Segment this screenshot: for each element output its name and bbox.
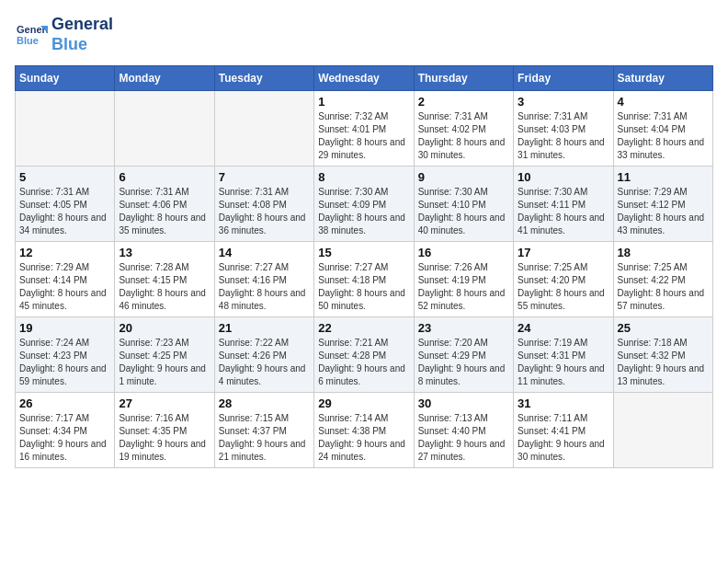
calendar-cell: 27Sunrise: 7:16 AM Sunset: 4:35 PM Dayli… xyxy=(115,393,214,468)
day-number: 19 xyxy=(19,321,110,335)
logo-icon: General Blue xyxy=(15,18,48,52)
calendar-table: SundayMondayTuesdayWednesdayThursdayFrid… xyxy=(15,65,713,468)
calendar-cell: 25Sunrise: 7:18 AM Sunset: 4:32 PM Dayli… xyxy=(613,317,712,393)
day-info: Sunrise: 7:25 AM Sunset: 4:20 PM Dayligh… xyxy=(518,261,609,313)
day-number: 16 xyxy=(418,246,509,259)
calendar-cell: 30Sunrise: 7:13 AM Sunset: 4:40 PM Dayli… xyxy=(414,393,513,468)
day-info: Sunrise: 7:31 AM Sunset: 4:08 PM Dayligh… xyxy=(219,186,310,237)
day-number: 20 xyxy=(119,321,210,335)
weekday-header-row: SundayMondayTuesdayWednesdayThursdayFrid… xyxy=(16,66,713,91)
calendar-cell: 1Sunrise: 7:32 AM Sunset: 4:01 PM Daylig… xyxy=(314,91,414,167)
calendar-week-5: 26Sunrise: 7:17 AM Sunset: 4:34 PM Dayli… xyxy=(16,393,713,468)
weekday-thursday: Thursday xyxy=(414,66,513,91)
day-number: 3 xyxy=(518,95,609,109)
day-info: Sunrise: 7:13 AM Sunset: 4:40 PM Dayligh… xyxy=(418,412,509,464)
calendar-cell: 14Sunrise: 7:27 AM Sunset: 4:16 PM Dayli… xyxy=(214,242,313,317)
day-number: 29 xyxy=(318,396,409,410)
calendar-week-2: 5Sunrise: 7:31 AM Sunset: 4:05 PM Daylig… xyxy=(16,167,713,242)
calendar-cell: 23Sunrise: 7:20 AM Sunset: 4:29 PM Dayli… xyxy=(414,317,513,393)
calendar-cell: 10Sunrise: 7:30 AM Sunset: 4:11 PM Dayli… xyxy=(514,167,613,242)
calendar-cell: 16Sunrise: 7:26 AM Sunset: 4:19 PM Dayli… xyxy=(414,242,513,317)
day-info: Sunrise: 7:29 AM Sunset: 4:12 PM Dayligh… xyxy=(618,186,709,237)
calendar-cell: 26Sunrise: 7:17 AM Sunset: 4:34 PM Dayli… xyxy=(16,393,115,468)
weekday-sunday: Sunday xyxy=(16,66,115,91)
calendar-cell: 7Sunrise: 7:31 AM Sunset: 4:08 PM Daylig… xyxy=(214,167,313,242)
page-header: General Blue General Blue xyxy=(15,15,713,54)
day-number: 25 xyxy=(618,321,709,335)
calendar-cell: 29Sunrise: 7:14 AM Sunset: 4:38 PM Dayli… xyxy=(314,393,414,468)
calendar-cell: 2Sunrise: 7:31 AM Sunset: 4:02 PM Daylig… xyxy=(414,91,513,167)
svg-text:General: General xyxy=(17,24,48,35)
day-number: 13 xyxy=(119,246,210,259)
day-number: 24 xyxy=(518,321,609,335)
day-number: 2 xyxy=(418,95,509,109)
day-info: Sunrise: 7:11 AM Sunset: 4:41 PM Dayligh… xyxy=(518,412,609,464)
logo-name-line1: General xyxy=(51,15,113,35)
day-number: 22 xyxy=(318,321,409,335)
calendar-cell: 3Sunrise: 7:31 AM Sunset: 4:03 PM Daylig… xyxy=(514,91,613,167)
day-number: 30 xyxy=(418,396,509,410)
day-info: Sunrise: 7:30 AM Sunset: 4:09 PM Dayligh… xyxy=(318,186,409,237)
logo: General Blue General Blue xyxy=(15,15,113,54)
day-info: Sunrise: 7:27 AM Sunset: 4:18 PM Dayligh… xyxy=(318,261,409,313)
day-number: 11 xyxy=(618,170,709,184)
calendar-cell: 22Sunrise: 7:21 AM Sunset: 4:28 PM Dayli… xyxy=(314,317,414,393)
day-number: 6 xyxy=(119,170,210,184)
calendar-cell xyxy=(115,91,214,167)
day-info: Sunrise: 7:15 AM Sunset: 4:37 PM Dayligh… xyxy=(219,412,310,464)
day-info: Sunrise: 7:31 AM Sunset: 4:05 PM Dayligh… xyxy=(19,186,110,237)
calendar-cell: 11Sunrise: 7:29 AM Sunset: 4:12 PM Dayli… xyxy=(613,167,712,242)
calendar-cell: 4Sunrise: 7:31 AM Sunset: 4:04 PM Daylig… xyxy=(613,91,712,167)
calendar-cell: 12Sunrise: 7:29 AM Sunset: 4:14 PM Dayli… xyxy=(16,242,115,317)
calendar-cell xyxy=(613,393,712,468)
day-info: Sunrise: 7:18 AM Sunset: 4:32 PM Dayligh… xyxy=(618,337,709,388)
day-info: Sunrise: 7:27 AM Sunset: 4:16 PM Dayligh… xyxy=(219,261,310,313)
day-info: Sunrise: 7:26 AM Sunset: 4:19 PM Dayligh… xyxy=(418,261,509,313)
calendar-cell: 6Sunrise: 7:31 AM Sunset: 4:06 PM Daylig… xyxy=(115,167,214,242)
calendar-cell: 31Sunrise: 7:11 AM Sunset: 4:41 PM Dayli… xyxy=(514,393,613,468)
calendar-cell: 20Sunrise: 7:23 AM Sunset: 4:25 PM Dayli… xyxy=(115,317,214,393)
calendar-cell: 13Sunrise: 7:28 AM Sunset: 4:15 PM Dayli… xyxy=(115,242,214,317)
day-info: Sunrise: 7:22 AM Sunset: 4:26 PM Dayligh… xyxy=(219,337,310,388)
day-number: 18 xyxy=(618,246,709,259)
day-info: Sunrise: 7:17 AM Sunset: 4:34 PM Dayligh… xyxy=(19,412,110,464)
calendar-cell: 8Sunrise: 7:30 AM Sunset: 4:09 PM Daylig… xyxy=(314,167,414,242)
calendar-cell: 15Sunrise: 7:27 AM Sunset: 4:18 PM Dayli… xyxy=(314,242,414,317)
day-info: Sunrise: 7:19 AM Sunset: 4:31 PM Dayligh… xyxy=(518,337,609,388)
day-number: 23 xyxy=(418,321,509,335)
day-info: Sunrise: 7:29 AM Sunset: 4:14 PM Dayligh… xyxy=(19,261,110,313)
weekday-friday: Friday xyxy=(514,66,613,91)
day-number: 28 xyxy=(219,396,310,410)
calendar-cell xyxy=(214,91,313,167)
calendar-week-3: 12Sunrise: 7:29 AM Sunset: 4:14 PM Dayli… xyxy=(16,242,713,317)
calendar-week-4: 19Sunrise: 7:24 AM Sunset: 4:23 PM Dayli… xyxy=(16,317,713,393)
day-number: 31 xyxy=(518,396,609,410)
day-number: 15 xyxy=(318,246,409,259)
calendar-cell: 21Sunrise: 7:22 AM Sunset: 4:26 PM Dayli… xyxy=(214,317,313,393)
calendar-body: 1Sunrise: 7:32 AM Sunset: 4:01 PM Daylig… xyxy=(16,91,713,468)
logo-name-line2: Blue xyxy=(51,35,113,55)
day-info: Sunrise: 7:24 AM Sunset: 4:23 PM Dayligh… xyxy=(19,337,110,388)
day-number: 14 xyxy=(219,246,310,259)
day-number: 17 xyxy=(518,246,609,259)
day-number: 9 xyxy=(418,170,509,184)
svg-text:Blue: Blue xyxy=(17,35,39,46)
day-info: Sunrise: 7:31 AM Sunset: 4:02 PM Dayligh… xyxy=(418,110,509,162)
weekday-monday: Monday xyxy=(115,66,214,91)
day-number: 1 xyxy=(318,95,409,109)
day-number: 4 xyxy=(618,95,709,109)
day-info: Sunrise: 7:31 AM Sunset: 4:06 PM Dayligh… xyxy=(119,186,210,237)
day-number: 5 xyxy=(19,170,110,184)
day-number: 7 xyxy=(219,170,310,184)
calendar-cell: 9Sunrise: 7:30 AM Sunset: 4:10 PM Daylig… xyxy=(414,167,513,242)
calendar-cell: 17Sunrise: 7:25 AM Sunset: 4:20 PM Dayli… xyxy=(514,242,613,317)
weekday-wednesday: Wednesday xyxy=(314,66,414,91)
day-info: Sunrise: 7:23 AM Sunset: 4:25 PM Dayligh… xyxy=(119,337,210,388)
weekday-tuesday: Tuesday xyxy=(214,66,313,91)
day-info: Sunrise: 7:21 AM Sunset: 4:28 PM Dayligh… xyxy=(318,337,409,388)
day-info: Sunrise: 7:32 AM Sunset: 4:01 PM Dayligh… xyxy=(318,110,409,162)
calendar-cell: 5Sunrise: 7:31 AM Sunset: 4:05 PM Daylig… xyxy=(16,167,115,242)
calendar-cell: 24Sunrise: 7:19 AM Sunset: 4:31 PM Dayli… xyxy=(514,317,613,393)
day-number: 27 xyxy=(119,396,210,410)
day-number: 10 xyxy=(518,170,609,184)
